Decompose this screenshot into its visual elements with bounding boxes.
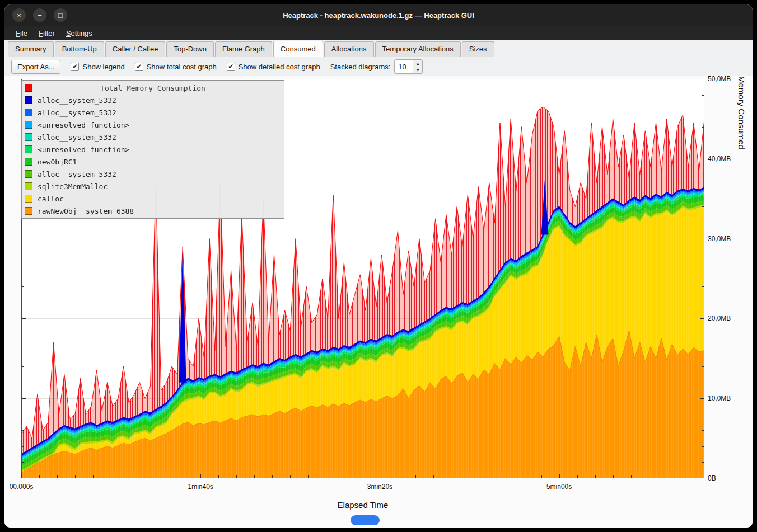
x-tick-label: 00.000s bbox=[4, 483, 45, 491]
legend-item: alloc__system_5332 bbox=[22, 168, 284, 180]
checkbox-show-detailed-cost-graph[interactable]: ✔Show detailed cost graph bbox=[227, 63, 320, 71]
x-tick-label: 1min40s bbox=[177, 483, 224, 491]
tab-bottom-up[interactable]: Bottom-Up bbox=[55, 41, 104, 57]
legend-swatch bbox=[25, 207, 32, 215]
y-tick-label: 0B bbox=[708, 474, 716, 482]
legend-item: rawNewObj__system_6388 bbox=[22, 205, 284, 217]
minimize-icon: − bbox=[38, 12, 42, 19]
tab-sizes[interactable]: Sizes bbox=[462, 41, 494, 57]
y-axis-title: Memory Consumed bbox=[737, 76, 746, 481]
checkbox-label: Show detailed cost graph bbox=[239, 63, 320, 71]
legend-swatch bbox=[25, 96, 32, 104]
y-tick-label: 20,0MB bbox=[708, 314, 731, 322]
legend-label: <unresolved function> bbox=[38, 121, 129, 129]
consumed-chart: Total Memory Consumption alloc__system_5… bbox=[4, 76, 753, 528]
minimize-button[interactable]: − bbox=[33, 8, 46, 22]
checkbox-label: Show legend bbox=[82, 63, 124, 71]
legend-item: alloc__system_5332 bbox=[22, 94, 284, 106]
close-icon: × bbox=[17, 12, 21, 19]
legend-label: alloc__system_5332 bbox=[38, 133, 116, 142]
checkbox-group: ✔Show legend✔Show total cost graph✔Show … bbox=[71, 63, 320, 71]
checkbox-label: Show total cost graph bbox=[147, 63, 217, 71]
titlebar[interactable]: × − □ Heaptrack - heaptrack.wakunode.1.g… bbox=[4, 4, 753, 26]
legend-item: alloc__system_5332 bbox=[22, 131, 284, 143]
legend-label: sqlite3MemMalloc bbox=[38, 182, 108, 191]
y-tick-label: 30,0MB bbox=[708, 235, 731, 243]
checkbox-show-legend[interactable]: ✔Show legend bbox=[71, 63, 124, 71]
app-window: × − □ Heaptrack - heaptrack.wakunode.1.g… bbox=[4, 4, 753, 528]
stacked-diagrams-spinbox[interactable]: 10 ▴ ▾ bbox=[394, 59, 423, 74]
legend-swatch bbox=[25, 158, 32, 166]
legend-swatch-total bbox=[25, 84, 32, 92]
legend-swatch bbox=[25, 170, 32, 178]
legend-label: newObjRC1 bbox=[38, 158, 77, 166]
legend-label: alloc__system_5332 bbox=[38, 170, 116, 178]
stacked-diagrams-group: Stacked diagrams: 10 ▴ ▾ bbox=[330, 59, 423, 74]
checkbox-box[interactable]: ✔ bbox=[227, 63, 235, 71]
bottom-blue-indicator bbox=[351, 515, 380, 525]
stacked-diagrams-label: Stacked diagrams: bbox=[330, 63, 391, 71]
legend-item: calloc bbox=[22, 192, 284, 205]
legend-item: <unresolved function> bbox=[22, 119, 284, 131]
tab-consumed[interactable]: Consumed bbox=[273, 41, 323, 57]
menubar: FileFilterSettings bbox=[4, 26, 753, 40]
window-title: Heaptrack - heaptrack.wakunode.1.gz — He… bbox=[283, 11, 474, 20]
legend-item: newObjRC1 bbox=[22, 156, 284, 168]
y-tick-label: 40,0MB bbox=[708, 155, 731, 163]
maximize-icon: □ bbox=[58, 12, 63, 19]
legend-swatch bbox=[25, 121, 32, 129]
toolbar: Export As... ✔Show legend✔Show total cos… bbox=[4, 57, 753, 76]
legend-item: <unresolved function> bbox=[22, 143, 284, 156]
spin-up-button[interactable]: ▴ bbox=[413, 60, 422, 67]
x-axis-title: Elapsed Time bbox=[21, 500, 704, 510]
legend-label: <unresolved function> bbox=[38, 145, 129, 154]
tab-bar: SummaryBottom-UpCaller / CalleeTop-DownF… bbox=[4, 40, 753, 57]
menu-file[interactable]: File bbox=[10, 27, 33, 39]
legend-swatch bbox=[25, 182, 32, 190]
export-as-button[interactable]: Export As... bbox=[11, 60, 60, 74]
spin-down-button[interactable]: ▾ bbox=[413, 67, 422, 73]
tab-caller-callee[interactable]: Caller / Callee bbox=[105, 41, 166, 57]
legend-swatch bbox=[25, 133, 32, 141]
legend-swatch bbox=[25, 145, 32, 153]
close-button[interactable]: × bbox=[12, 8, 26, 22]
menu-filter[interactable]: Filter bbox=[33, 27, 60, 39]
legend-label: alloc__system_5332 bbox=[38, 96, 116, 105]
window-controls: × − □ bbox=[12, 8, 67, 22]
checkbox-box[interactable]: ✔ bbox=[71, 63, 79, 71]
checkbox-box[interactable]: ✔ bbox=[135, 63, 143, 71]
y-tick-label: 10,0MB bbox=[708, 394, 731, 402]
tab-flame-graph[interactable]: Flame Graph bbox=[215, 41, 272, 57]
legend-label: alloc__system_5332 bbox=[38, 109, 116, 117]
legend-title-row: Total Memory Consumption bbox=[22, 82, 284, 94]
x-tick-label: 3min20s bbox=[356, 483, 403, 491]
legend-label: rawNewObj__system_6388 bbox=[38, 207, 134, 215]
tab-allocations[interactable]: Allocations bbox=[324, 41, 374, 57]
tab-top-down[interactable]: Top-Down bbox=[166, 41, 214, 57]
menu-settings[interactable]: Settings bbox=[60, 27, 98, 39]
maximize-button[interactable]: □ bbox=[54, 8, 67, 22]
legend-swatch bbox=[25, 195, 32, 203]
legend-label: calloc bbox=[38, 195, 64, 203]
legend-swatch bbox=[25, 109, 32, 116]
y-tick-label: 50,0MB bbox=[708, 75, 731, 83]
legend-item: alloc__system_5332 bbox=[22, 106, 284, 119]
tab-temporary-allocations[interactable]: Temporary Allocations bbox=[375, 41, 461, 57]
spinner-arrows: ▴ ▾ bbox=[413, 60, 422, 73]
tab-summary[interactable]: Summary bbox=[8, 41, 54, 57]
x-tick-label: 5min00s bbox=[536, 483, 583, 491]
legend-title: Total Memory Consumption bbox=[100, 84, 205, 92]
legend-item: sqlite3MemMalloc bbox=[22, 180, 284, 192]
chart-legend: Total Memory Consumption alloc__system_5… bbox=[21, 80, 284, 219]
checkbox-show-total-cost-graph[interactable]: ✔Show total cost graph bbox=[135, 63, 217, 71]
stacked-diagrams-value: 10 bbox=[395, 60, 413, 73]
